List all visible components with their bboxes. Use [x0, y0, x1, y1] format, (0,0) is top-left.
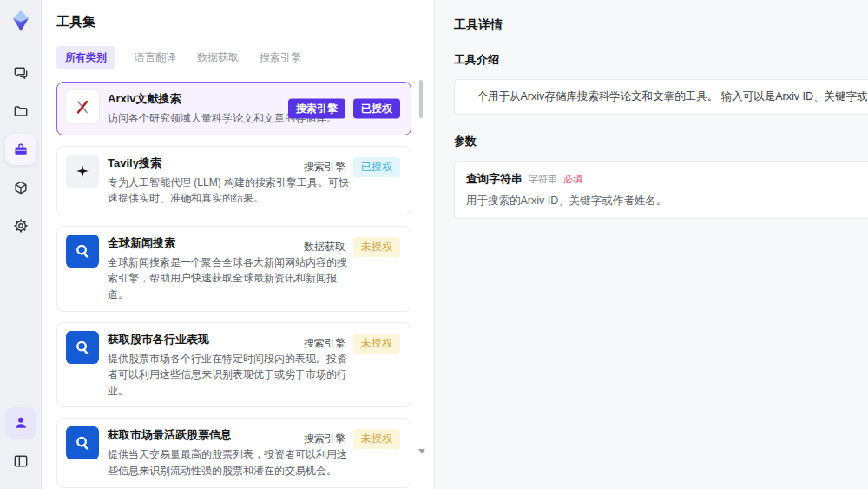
tool-card-most-active-stocks[interactable]: 获取市场最活跃股票信息 提供当天交易量最高的股票列表，投资者可以利用这些信息来识…: [56, 418, 411, 487]
folder-icon: [12, 102, 30, 120]
news-search-icon: [66, 331, 99, 364]
news-search-icon: [66, 235, 99, 268]
briefcase-icon: [12, 141, 30, 158]
detail-title: 工具详情: [454, 17, 868, 33]
category-label: 搜索引擎: [304, 160, 345, 175]
app-window: 工具集 所有类别 语言翻译 数据获取 搜索引擎 Arxiv文献搜索 访问各个研究…: [0, 0, 868, 489]
tool-list-panel: 工具集 所有类别 语言翻译 数据获取 搜索引擎 Arxiv文献搜索 访问各个研究…: [42, 0, 434, 489]
sidebar-item-models[interactable]: [5, 172, 36, 203]
tool-card-sector-performance[interactable]: 获取股市各行业表现 提供股票市场各个行业在特定时间段内的表现。投资者可以利用这些…: [56, 322, 411, 408]
category-tabs: 所有类别 语言翻译 数据获取 搜索引擎: [56, 46, 434, 69]
sidebar-item-files[interactable]: [5, 96, 36, 127]
layout-panel-icon: [12, 453, 30, 470]
tavily-star-icon: [66, 155, 99, 188]
cube-icon: [12, 179, 30, 196]
auth-status-badge: 未授权: [353, 334, 400, 354]
tool-intro-text: 一个用于从Arxiv存储库搜索科学论文和文章的工具。 输入可以是Arxiv ID…: [466, 89, 868, 104]
sidebar-item-toggle-panel[interactable]: [5, 446, 36, 477]
auth-status-badge: 已授权: [353, 98, 400, 118]
tab-all-categories[interactable]: 所有类别: [56, 46, 115, 69]
param-name: 查询字符串: [466, 171, 523, 187]
tool-description: 专为人工智能代理 (LLM) 构建的搜索引擎工具。可快速提供实时、准确和真实的结…: [108, 175, 353, 207]
tab-search-engine[interactable]: 搜索引擎: [258, 46, 303, 69]
tool-detail-panel: 工具详情 工具介绍 一个用于从Arxiv存储库搜索科学论文和文章的工具。 输入可…: [434, 0, 868, 489]
param-required-flag: 必填: [563, 173, 582, 186]
arxiv-logo-icon: [66, 90, 99, 123]
tool-cards: Arxiv文献搜索 访问各个研究领域大量科学论文和文章的存储库。 搜索引擎 已授…: [56, 82, 434, 489]
auth-status-badge: 已授权: [353, 157, 400, 177]
gear-icon: [12, 217, 30, 235]
category-label: 搜索引擎: [304, 336, 345, 351]
tool-card-arxiv[interactable]: Arxiv文献搜索 访问各个研究领域大量科学论文和文章的存储库。 搜索引擎 已授…: [56, 82, 411, 135]
tool-description: 提供股票市场各个行业在特定时间段内的表现。投资者可以利用这些信息来识别表现优于或…: [108, 351, 353, 400]
scroll-down-indicator: [418, 449, 425, 453]
sidebar-item-account[interactable]: [5, 407, 36, 439]
tab-language-translation[interactable]: 语言翻译: [133, 46, 178, 69]
param-description: 用于搜索的Arxiv ID、关键字或作者姓名。: [466, 194, 868, 208]
list-scrollbar-thumb[interactable]: [419, 80, 423, 118]
sidebar-item-tools[interactable]: [5, 134, 36, 165]
sidebar-item-chat[interactable]: [5, 57, 36, 89]
icon-sidebar: [0, 0, 42, 489]
param-type: 字符串: [529, 173, 557, 186]
auth-status-badge: 未授权: [353, 429, 400, 449]
intro-heading: 工具介绍: [454, 52, 868, 68]
intro-box: 一个用于从Arxiv存储库搜索科学论文和文章的工具。 输入可以是Arxiv ID…: [454, 79, 868, 115]
tab-data-fetch[interactable]: 数据获取: [195, 46, 240, 69]
user-icon: [12, 414, 30, 432]
params-heading: 参数: [454, 134, 868, 149]
tool-description: 全球新闻搜索是一个聚合全球各大新闻网站内容的搜索引擎，帮助用户快速获取全球最新资…: [108, 254, 353, 303]
tool-description: 提供当天交易量最高的股票列表，投资者可以利用这些信息来识别流动性强的股票和潜在的…: [108, 446, 353, 479]
category-label: 数据获取: [304, 240, 345, 254]
news-search-icon: [66, 426, 99, 459]
param-box: 查询字符串 字符串 必填 用于搜索的Arxiv ID、关键字或作者姓名。: [454, 161, 868, 219]
chat-icon: [12, 64, 30, 82]
app-logo: [7, 7, 35, 35]
tool-card-global-news[interactable]: 全球新闻搜索 全球新闻搜索是一个聚合全球各大新闻网站内容的搜索引擎，帮助用户快速…: [56, 226, 411, 312]
tool-card-tavily[interactable]: Tavily搜索 专为人工智能代理 (LLM) 构建的搜索引擎工具。可快速提供实…: [56, 146, 411, 215]
category-label: 搜索引擎: [304, 432, 345, 446]
auth-status-badge: 未授权: [353, 237, 400, 257]
page-title: 工具集: [56, 14, 434, 30]
sidebar-item-settings[interactable]: [5, 210, 36, 241]
category-badge: 搜索引擎: [288, 98, 345, 118]
